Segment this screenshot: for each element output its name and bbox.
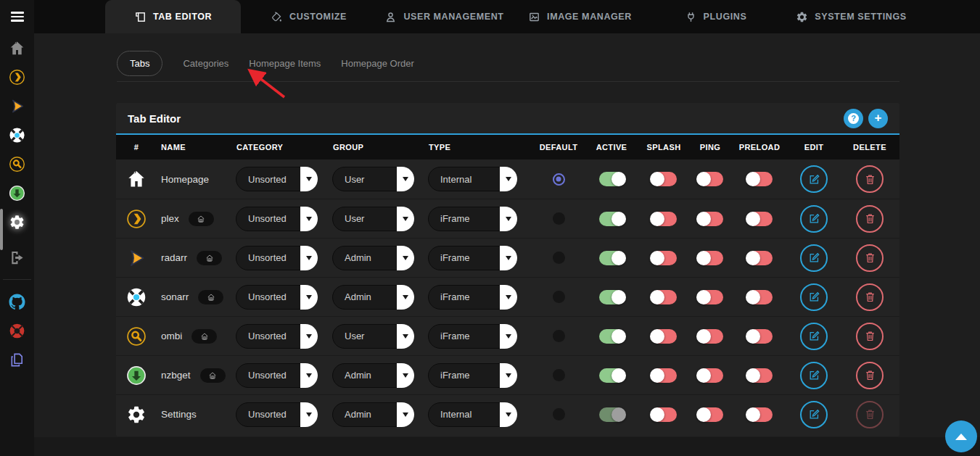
ping-toggle[interactable]: [698, 329, 723, 344]
group-select[interactable]: Admin: [332, 285, 414, 310]
type-select[interactable]: Internal: [428, 167, 517, 191]
delete-button[interactable]: [856, 244, 884, 272]
sidebar-item-github[interactable]: [0, 287, 34, 316]
help-button[interactable]: ?: [844, 109, 863, 128]
category-select[interactable]: Unsorted: [236, 324, 318, 349]
active-toggle[interactable]: [599, 172, 625, 186]
sidebar-item-support[interactable]: [0, 316, 34, 345]
active-toggle[interactable]: [599, 329, 625, 344]
ping-toggle[interactable]: [698, 251, 723, 265]
type-select[interactable]: iFrame: [428, 207, 517, 231]
edit-button[interactable]: [800, 244, 828, 272]
preload-toggle[interactable]: [747, 172, 773, 186]
group-value: Admin: [345, 252, 371, 263]
scroll-to-top-button[interactable]: [945, 420, 977, 452]
preload-toggle[interactable]: [747, 407, 773, 422]
delete-button[interactable]: [856, 205, 884, 233]
splash-toggle[interactable]: [651, 368, 677, 383]
tab-system-settings[interactable]: SYSTEM SETTINGS: [783, 0, 919, 33]
tab-user-management[interactable]: USER MANAGEMENT: [376, 0, 512, 33]
category-select[interactable]: Unsorted: [236, 363, 318, 388]
category-select[interactable]: Unsorted: [236, 167, 318, 191]
hamburger-menu-button[interactable]: [0, 0, 34, 33]
sidebar-item-home[interactable]: [0, 33, 34, 62]
delete-button[interactable]: [856, 362, 884, 389]
category-select[interactable]: Unsorted: [236, 207, 318, 231]
default-radio[interactable]: [553, 173, 565, 186]
type-select[interactable]: iFrame: [428, 246, 517, 270]
group-select[interactable]: User: [332, 207, 414, 231]
sidebar-item-sonarr[interactable]: [0, 120, 34, 149]
ping-toggle[interactable]: [698, 172, 723, 186]
splash-toggle[interactable]: [651, 172, 677, 186]
sidebar-item-nzbget[interactable]: [0, 178, 34, 207]
ping-toggle[interactable]: [698, 290, 723, 304]
add-tab-button[interactable]: +: [868, 109, 888, 128]
subtab-homepage-order[interactable]: Homepage Order: [341, 51, 413, 75]
subtab-categories[interactable]: Categories: [183, 51, 228, 75]
splash-toggle[interactable]: [651, 290, 677, 304]
preload-toggle[interactable]: [747, 368, 773, 383]
group-select[interactable]: User: [332, 324, 414, 349]
edit-cell: [788, 205, 840, 233]
delete-button[interactable]: [856, 283, 884, 311]
delete-button[interactable]: [856, 323, 884, 350]
sidebar-scrollbar[interactable]: [0, 209, 3, 250]
sidebar-item-settings[interactable]: [0, 207, 34, 236]
category-select[interactable]: Unsorted: [236, 246, 318, 270]
category-select[interactable]: Unsorted: [236, 285, 318, 310]
default-radio[interactable]: [553, 212, 565, 225]
toggle-knob: [696, 329, 711, 344]
subtab-homepage-items[interactable]: Homepage Items: [249, 51, 321, 75]
default-radio[interactable]: [553, 252, 565, 264]
delete-button[interactable]: [856, 165, 884, 193]
active-cell: [585, 368, 638, 383]
type-select[interactable]: Internal: [428, 402, 517, 427]
default-radio[interactable]: [553, 291, 565, 303]
ping-toggle[interactable]: [698, 407, 723, 422]
group-select[interactable]: User: [332, 167, 414, 191]
splash-toggle[interactable]: [651, 407, 677, 422]
active-toggle[interactable]: [599, 251, 625, 265]
active-toggle[interactable]: [599, 212, 625, 226]
group-select[interactable]: Admin: [332, 402, 414, 427]
preload-toggle[interactable]: [747, 329, 773, 344]
category-select[interactable]: Unsorted: [236, 402, 318, 427]
preload-toggle[interactable]: [747, 251, 773, 265]
sidebar-item-plex[interactable]: [0, 62, 34, 91]
type-select[interactable]: iFrame: [428, 285, 517, 310]
ping-toggle[interactable]: [698, 212, 723, 226]
tab-plugins[interactable]: PLUGINS: [648, 0, 783, 33]
default-radio[interactable]: [553, 408, 565, 420]
type-select[interactable]: iFrame: [428, 324, 517, 349]
sidebar-item-logout[interactable]: [0, 243, 34, 272]
tab-image-manager[interactable]: IMAGE MANAGER: [512, 0, 648, 33]
ping-toggle[interactable]: [698, 368, 723, 383]
splash-toggle[interactable]: [651, 212, 677, 226]
active-toggle[interactable]: [599, 407, 625, 422]
sidebar-item-radarr[interactable]: [0, 91, 34, 120]
tab-tab-editor[interactable]: TAB EDITOR: [105, 0, 241, 33]
sidebar-item-docs[interactable]: [0, 345, 34, 374]
edit-button[interactable]: [800, 362, 828, 389]
edit-button[interactable]: [800, 323, 828, 350]
splash-toggle[interactable]: [651, 329, 677, 344]
active-toggle[interactable]: [599, 368, 625, 383]
subtab-tabs[interactable]: Tabs: [117, 51, 162, 76]
group-select[interactable]: Admin: [332, 246, 414, 270]
edit-button[interactable]: [800, 283, 828, 311]
active-toggle[interactable]: [599, 290, 625, 304]
edit-button[interactable]: [800, 205, 828, 233]
sidebar-item-ombi[interactable]: [0, 149, 34, 178]
splash-toggle[interactable]: [651, 251, 677, 265]
default-radio[interactable]: [553, 330, 565, 342]
delete-button[interactable]: [856, 401, 884, 428]
default-radio[interactable]: [553, 369, 565, 381]
preload-toggle[interactable]: [747, 290, 773, 304]
edit-button[interactable]: [800, 401, 828, 428]
group-select[interactable]: Admin: [332, 363, 414, 388]
tab-customize[interactable]: CUSTOMIZE: [241, 0, 376, 33]
preload-toggle[interactable]: [747, 212, 773, 226]
edit-button[interactable]: [800, 165, 828, 193]
type-select[interactable]: iFrame: [428, 363, 517, 388]
